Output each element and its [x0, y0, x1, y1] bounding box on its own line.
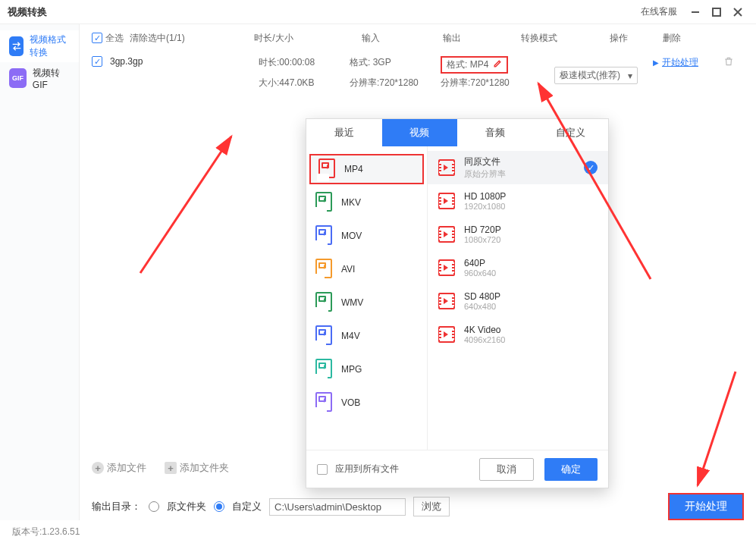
add-folder-button[interactable]: +添加文件夹 [165, 461, 229, 475]
start-process-button[interactable]: 开始处理 [668, 493, 744, 520]
format-label: WMV [341, 297, 363, 308]
format-item-mpg[interactable]: MPGMPG [306, 353, 427, 386]
output-path-input[interactable]: C:\Users\admin\Desktop [269, 498, 406, 516]
sidebar-item-label: 视频转GIF [33, 67, 70, 90]
apply-all-label: 应用到所有文件 [335, 463, 399, 476]
ok-button[interactable]: 确定 [544, 458, 598, 481]
video-file-icon: WMV [315, 292, 334, 313]
output-dir-label: 输出目录： [92, 500, 141, 513]
res-sub: 640x480 [464, 302, 500, 311]
apply-all-checkbox[interactable] [317, 464, 328, 475]
add-file-button[interactable]: +添加文件 [92, 461, 146, 475]
browse-button[interactable]: 浏览 [413, 497, 450, 516]
video-file-icon: MOV [315, 225, 334, 246]
tab-video[interactable]: 视频 [382, 119, 458, 146]
format-item-mkv[interactable]: MKVMKV [306, 186, 427, 219]
in-fmt-label: 格式: [350, 57, 370, 67]
res-title: 4K Video [464, 325, 505, 335]
resolution-item-4k[interactable]: 4K Video4096x2160 [428, 318, 608, 351]
dur-val: 00:00:08 [279, 57, 315, 67]
format-label: VOB [341, 397, 360, 408]
sidebar: 视频格式转换 GIF 视频转GIF [0, 24, 80, 520]
film-icon [438, 193, 455, 209]
tab-custom[interactable]: 自定义 [533, 119, 609, 146]
resolution-item-640p[interactable]: 640P960x640 [428, 251, 608, 284]
resolution-item-1080p[interactable]: HD 1080P1920x1080 [428, 184, 608, 218]
format-item-mp4[interactable]: MP4MP4 [309, 154, 424, 184]
dur-label: 时长: [259, 57, 279, 67]
video-file-icon: M4V [315, 325, 334, 347]
format-item-mov[interactable]: MOVMOV [306, 219, 427, 253]
customer-service-link[interactable]: 在线客服 [641, 5, 677, 18]
delete-row-button[interactable] [723, 58, 734, 69]
gif-icon: GIF [9, 68, 27, 88]
res-sub: 原始分辨率 [464, 168, 506, 180]
res-title: SD 480P [464, 291, 500, 302]
radio-original-label: 原文件夹 [167, 500, 206, 513]
resolution-item-720p[interactable]: HD 720P1080x720 [428, 218, 608, 251]
tab-recent[interactable]: 最近 [306, 119, 382, 146]
row-checkbox[interactable] [92, 56, 102, 67]
chevron-down-icon: ▾ [628, 71, 632, 81]
col-input: 输入 [334, 32, 406, 45]
version-label: 版本号:1.23.6.51 [12, 526, 80, 538]
file-name: 3gp.3gp [110, 56, 143, 67]
format-label: M4V [341, 331, 360, 341]
tab-audio[interactable]: 音频 [457, 119, 533, 146]
res-title: 同原文件 [464, 155, 506, 168]
film-icon [438, 293, 455, 309]
video-file-icon: MP4 [318, 159, 337, 180]
format-item-wmv[interactable]: WMVWMV [306, 286, 427, 319]
resolution-item-original[interactable]: 同原文件原始分辨率✓ [428, 151, 608, 184]
video-file-icon: VOB [315, 392, 334, 413]
sidebar-item-video-to-gif[interactable]: GIF 视频转GIF [0, 62, 79, 94]
res-sub: 960x640 [464, 268, 496, 278]
format-label: MOV [341, 231, 362, 241]
col-output: 输出 [406, 32, 497, 45]
radio-custom-folder[interactable] [214, 501, 224, 512]
res-sub: 4096x2160 [464, 335, 505, 344]
mode-label: 极速模式(推荐) [560, 69, 620, 82]
minimize-button[interactable] [685, 2, 706, 23]
select-all-checkbox[interactable] [92, 33, 102, 43]
resolution-list: 同原文件原始分辨率✓ HD 1080P1920x1080 HD 720P1080… [428, 146, 608, 450]
film-icon [438, 259, 455, 276]
res-sub: 1920x1080 [464, 202, 506, 211]
col-del: 删除 [657, 32, 687, 45]
format-item-avi[interactable]: AVIAVI [306, 253, 427, 286]
start-process-link[interactable]: 开始处理 [653, 56, 698, 69]
res-title: HD 720P [464, 224, 501, 235]
in-res-val: 720*1280 [379, 77, 418, 88]
format-item-vob[interactable]: VOBVOB [306, 386, 427, 419]
resolution-item-480p[interactable]: SD 480P640x480 [428, 284, 608, 318]
res-title: 640P [464, 258, 496, 268]
start-link-label: 开始处理 [662, 56, 698, 69]
format-label: MPG [341, 364, 362, 375]
size-val: 447.0KB [279, 77, 314, 88]
sidebar-item-video-convert[interactable]: 视频格式转换 [0, 30, 79, 62]
radio-custom-label: 自定义 [232, 500, 262, 513]
film-icon [438, 226, 455, 243]
format-popup: 最近 视频 音频 自定义 MP4MP4 MKVMKV MOVMOV AVIAVI… [306, 118, 609, 488]
video-file-icon: MKV [315, 192, 334, 213]
plus-icon: + [92, 462, 104, 474]
film-icon [438, 326, 455, 343]
res-title: HD 1080P [464, 191, 506, 202]
plus-icon: + [165, 462, 177, 474]
app-title: 视频转换 [8, 5, 47, 19]
mode-select[interactable]: 极速模式(推荐)▾ [554, 67, 638, 84]
output-format-selector[interactable]: 格式: MP4 [441, 56, 508, 74]
close-button[interactable] [727, 2, 748, 23]
clear-selection-link[interactable]: 清除选中(1/1) [130, 32, 213, 45]
format-item-m4v[interactable]: M4VM4V [306, 319, 427, 353]
col-op: 操作 [581, 32, 657, 45]
cancel-button[interactable]: 取消 [479, 458, 534, 481]
col-mode: 转换模式 [497, 32, 581, 45]
maximize-button[interactable] [706, 2, 727, 23]
radio-original-folder[interactable] [149, 501, 159, 512]
column-headers: 全选 清除选中(1/1) 时长/大小 输入 输出 转换模式 操作 删除 [80, 24, 756, 49]
format-label: AVI [341, 264, 355, 275]
out-fmt-label: 格式: [447, 59, 467, 70]
col-duration: 时长/大小 [213, 32, 334, 45]
swap-icon [9, 36, 24, 56]
